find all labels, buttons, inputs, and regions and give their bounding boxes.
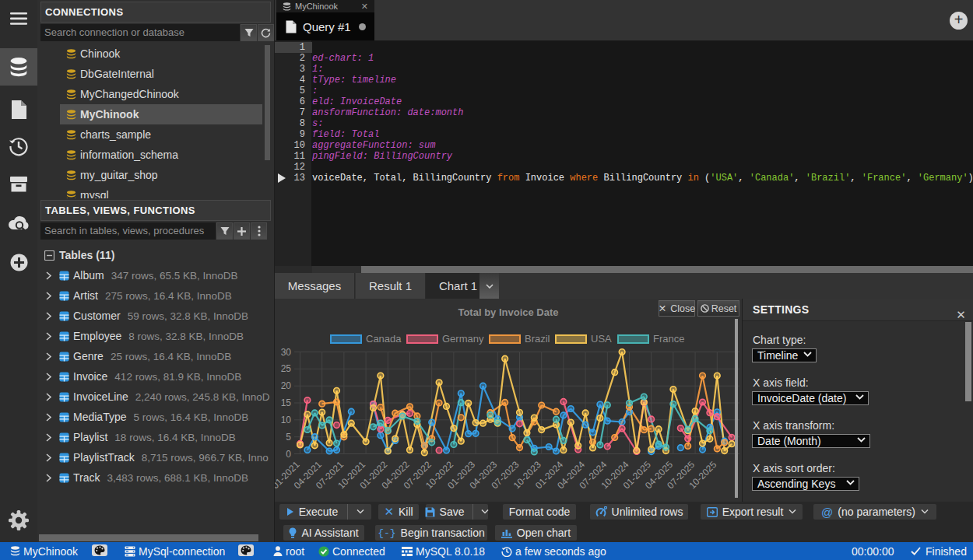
svg-text:25: 25 [281, 363, 292, 374]
svg-text:10: 10 [281, 415, 292, 425]
svg-text:30: 30 [281, 347, 292, 358]
svg-text:0: 0 [286, 449, 291, 460]
svg-text:5: 5 [286, 432, 291, 443]
svg-text:20: 20 [281, 380, 292, 391]
svg-text:15: 15 [281, 397, 292, 408]
